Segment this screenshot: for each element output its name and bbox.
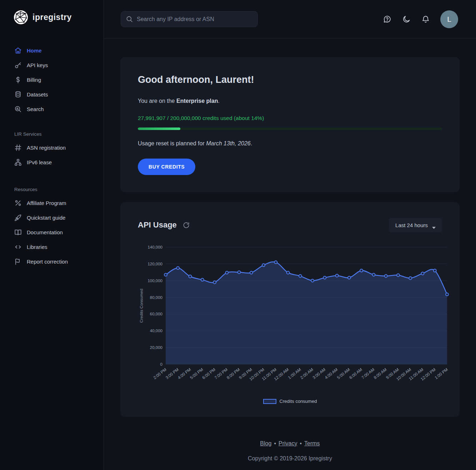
svg-text:8:00 AM: 8:00 AM	[373, 367, 387, 380]
avatar[interactable]: L	[440, 10, 458, 28]
footer-links: Blog•Privacy•Terms	[104, 440, 476, 447]
sidebar-item-ipv6-lease[interactable]: IPv6 lease	[0, 155, 104, 170]
sidebar-nav: Home API keys Billing Datasets	[0, 43, 104, 116]
reset-date: March 13th, 2026	[206, 140, 251, 146]
sidebar-item-label: ASN registration	[27, 145, 66, 151]
api-usage-card: API Usage Last 24 hours 020,00040	[120, 202, 460, 417]
sidebar-item-datasets[interactable]: Datasets	[0, 87, 104, 102]
buy-credits-button[interactable]: BUY CREDITS	[138, 159, 195, 175]
chart-legend-item[interactable]: Credits consumed	[138, 399, 442, 404]
svg-text:20,000: 20,000	[150, 345, 162, 350]
legend-label: Credits consumed	[280, 399, 317, 404]
copyright-text: Copyright © 2019-2026 Ipregistry	[104, 455, 476, 462]
svg-text:6:00 PM: 6:00 PM	[201, 367, 216, 380]
sidebar-item-label: Libraries	[27, 244, 47, 250]
api-usage-header: API Usage Last 24 hours	[138, 218, 442, 232]
svg-text:4:00 PM: 4:00 PM	[177, 367, 192, 380]
svg-text:40,000: 40,000	[150, 329, 162, 333]
svg-text:1:00 PM: 1:00 PM	[434, 367, 449, 380]
sidebar: ipregistry Home API keys Billing	[0, 0, 104, 470]
plan-name: Enterprise plan	[176, 98, 218, 104]
sidebar-item-label: Billing	[27, 77, 41, 83]
greeting-heading: Good afternoon, Laurent!	[138, 74, 442, 85]
sidebar-item-api-keys[interactable]: API keys	[0, 58, 104, 72]
svg-text:80,000: 80,000	[150, 295, 162, 300]
sidebar-item-quickstart-guide[interactable]: Quickstart guide	[0, 210, 104, 225]
network-icon	[14, 159, 22, 166]
sidebar-item-home[interactable]: Home	[0, 43, 104, 58]
credits-used-line: 27,991,907 / 200,000,000 credits used (a…	[138, 115, 442, 121]
sidebar-item-affiliate-program[interactable]: Affiliate Program	[0, 196, 104, 210]
hash-icon	[14, 144, 22, 151]
ip-search-box[interactable]	[121, 11, 258, 27]
sidebar-item-label: IPv6 lease	[27, 159, 52, 165]
footer: Blog•Privacy•Terms Copyright © 2019-2026…	[104, 440, 476, 462]
welcome-card: Good afternoon, Laurent! You are on the …	[120, 57, 460, 192]
help-button[interactable]	[380, 12, 394, 26]
svg-text:2:00 AM: 2:00 AM	[300, 367, 314, 380]
svg-text:2:00 PM: 2:00 PM	[152, 367, 167, 380]
credits-consumed-chart: 020,00040,00060,00080,000100,000120,0001…	[138, 241, 452, 396]
sidebar-item-report-correction[interactable]: Report correction	[0, 254, 104, 269]
footer-link-privacy[interactable]: Privacy	[279, 440, 297, 446]
api-usage-title: API Usage	[138, 220, 177, 230]
avatar-initial: L	[447, 15, 451, 24]
svg-text:60,000: 60,000	[150, 312, 162, 316]
sidebar-item-billing[interactable]: Billing	[0, 72, 104, 87]
svg-text:5:00 PM: 5:00 PM	[189, 367, 204, 380]
sidebar-item-label: Report correction	[27, 259, 68, 265]
content: Good afternoon, Laurent! You are on the …	[104, 39, 476, 470]
svg-text:100,000: 100,000	[147, 279, 162, 283]
search-input[interactable]	[137, 16, 252, 22]
brand[interactable]: ipregistry	[0, 0, 104, 25]
sidebar-item-label: Datasets	[27, 91, 48, 98]
search-icon	[126, 16, 133, 22]
svg-text:7:00 AM: 7:00 AM	[361, 367, 375, 380]
section-title-lir-services: LIR Services	[14, 131, 104, 137]
brand-name: ipregistry	[32, 12, 72, 22]
ipregistry-logo-icon	[14, 10, 28, 25]
footer-link-terms[interactable]: Terms	[304, 440, 320, 446]
sidebar-item-label: Quickstart guide	[27, 215, 65, 221]
svg-text:5:00 AM: 5:00 AM	[336, 367, 351, 380]
bell-icon	[421, 15, 430, 24]
svg-text:7:00 PM: 7:00 PM	[214, 367, 228, 380]
sidebar-item-label: API keys	[27, 62, 48, 68]
credits-progress-bar	[138, 128, 442, 130]
moon-icon	[402, 15, 411, 24]
sidebar-item-search[interactable]: Search	[0, 102, 104, 116]
percent-icon	[14, 199, 22, 207]
refresh-button[interactable]	[182, 220, 191, 230]
sidebar-item-label: Documentation	[27, 229, 63, 235]
time-range-dropdown[interactable]: Last 24 hours	[389, 218, 442, 232]
sidebar-item-label: Affiliate Program	[27, 200, 66, 206]
svg-text:0: 0	[160, 362, 162, 366]
home-icon	[14, 47, 22, 54]
sidebar-item-libraries[interactable]: Libraries	[0, 240, 104, 254]
svg-text:3:00 AM: 3:00 AM	[312, 367, 326, 380]
sidebar-item-documentation[interactable]: Documentation	[0, 225, 104, 240]
sidebar-item-asn-registration[interactable]: ASN registration	[0, 140, 104, 155]
sidebar-item-label: Search	[27, 106, 44, 112]
rocket-icon	[14, 214, 22, 221]
section-title-resources: Resources	[14, 187, 104, 192]
footer-link-blog[interactable]: Blog	[260, 440, 271, 446]
key-icon	[14, 61, 22, 69]
search-insights-icon	[14, 105, 22, 113]
time-range-value: Last 24 hours	[395, 222, 428, 228]
dollar-icon	[14, 76, 22, 84]
plan-line: You are on the Enterprise plan.	[138, 98, 442, 104]
usage-reset-line: Usage reset is planned for March 13th, 2…	[138, 140, 442, 147]
api-usage-chart: 020,00040,00060,00080,000100,000120,0001…	[138, 241, 442, 404]
legend-swatch	[263, 399, 276, 404]
sidebar-item-label: Home	[27, 48, 42, 54]
app-root: ipregistry Home API keys Billing	[0, 0, 476, 470]
refresh-icon	[183, 222, 190, 229]
svg-text:6:00 AM: 6:00 AM	[349, 367, 363, 380]
dark-mode-toggle[interactable]	[400, 12, 413, 26]
svg-text:120,000: 120,000	[147, 262, 162, 266]
notifications-button[interactable]	[419, 12, 432, 26]
topbar: L	[104, 0, 476, 39]
sidebar-resources-nav: Affiliate Program Quickstart guide Docum…	[0, 196, 104, 269]
sidebar-lir-nav: ASN registration IPv6 lease	[0, 140, 104, 170]
